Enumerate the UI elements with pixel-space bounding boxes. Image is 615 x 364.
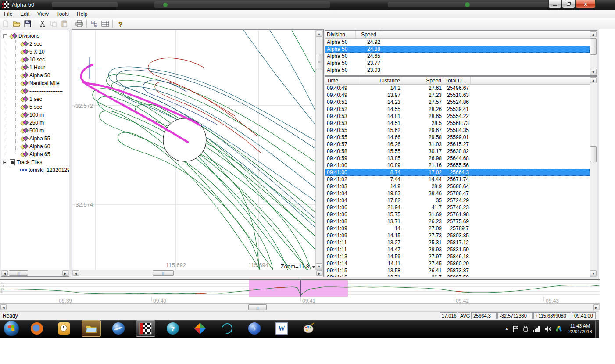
point-row[interactable]: 09:41:14 14.11 27.45 25860.29 bbox=[325, 260, 590, 267]
taskbar-outlook-button[interactable] bbox=[54, 320, 74, 337]
point-row[interactable]: 09:41:04 19.83 38.46 25706.47 bbox=[325, 190, 590, 197]
scrollbar-thumb[interactable]: = bbox=[590, 38, 597, 55]
zoom-dropdown-icon[interactable] bbox=[312, 266, 315, 268]
google-drive-icon[interactable] bbox=[555, 326, 562, 332]
sidebar-item-division[interactable]: 500 m bbox=[1, 127, 69, 135]
scroll-right-arrow[interactable]: ▶ bbox=[593, 304, 599, 310]
taskbar-swirl-button[interactable] bbox=[218, 320, 237, 337]
point-row[interactable]: 09:40:52 14.55 28.26 25539.41 bbox=[325, 106, 590, 113]
column-header-total-distance[interactable]: Total D... bbox=[443, 77, 471, 84]
sidebar-item-division[interactable]: 10 sec bbox=[1, 56, 69, 64]
point-row[interactable]: 09:41:09 14 27.09 25789.7 bbox=[325, 225, 590, 232]
taskbar-firefox-button[interactable] bbox=[27, 320, 46, 337]
menu-item[interactable]: Tools bbox=[53, 10, 73, 18]
sidebar-item-division[interactable]: 1 sec bbox=[1, 95, 69, 103]
sidebar-item-division[interactable]: 100 m bbox=[1, 111, 69, 119]
scroll-right-arrow[interactable]: ▶ bbox=[316, 270, 322, 276]
start-button[interactable] bbox=[4, 321, 19, 336]
taskbar-question-orb-button[interactable]: ? bbox=[163, 320, 182, 337]
minimize-button[interactable] bbox=[548, 0, 561, 8]
sidebar-item-division[interactable]: Alpha 50 bbox=[1, 71, 69, 79]
sidebar-item-division[interactable]: 5 X 10 bbox=[1, 48, 69, 56]
taskbar-alpha50-button[interactable] bbox=[136, 320, 155, 337]
restore-button[interactable] bbox=[562, 0, 575, 8]
print-button[interactable] bbox=[74, 19, 85, 29]
point-row[interactable]: 09:41:16 13.71 26.7 25887.58 bbox=[325, 274, 590, 277]
scroll-down-arrow[interactable]: ▼ bbox=[590, 69, 597, 75]
sidebar-item-division[interactable]: Alpha 60 bbox=[1, 143, 69, 150]
scrollbar-thumb[interactable] bbox=[590, 146, 597, 162]
taskbar-google-earth-button[interactable] bbox=[109, 320, 128, 337]
column-header-distance[interactable]: Distance bbox=[361, 77, 402, 84]
taskbar-clock[interactable]: 11:43 AM 22/01/2013 bbox=[568, 323, 592, 335]
sidebar-item-division[interactable]: ------------------- bbox=[1, 87, 69, 95]
column-header-speed[interactable]: Speed bbox=[402, 77, 443, 84]
grid-view-button[interactable] bbox=[100, 19, 111, 29]
division-table-scrollbar[interactable]: ▲ ▼ = bbox=[590, 31, 597, 75]
taskbar-explorer-button[interactable] bbox=[82, 320, 101, 337]
taskbar-word-button[interactable]: W bbox=[272, 320, 291, 337]
scroll-left-arrow[interactable]: ◀ bbox=[73, 270, 79, 276]
point-row[interactable]: 09:41:04 17.82 35 25724.29 bbox=[325, 197, 590, 204]
point-row[interactable]: 09:41:02 7.44 14.44 25671.74 bbox=[325, 176, 590, 183]
map-horizontal-scrollbar[interactable]: ◀ ▶ ||| bbox=[72, 270, 323, 276]
network-signal-icon[interactable] bbox=[533, 326, 540, 332]
taskbar-itunes-button[interactable]: ♪ bbox=[245, 320, 264, 337]
point-row[interactable]: 09:41:11 14.47 28.93 25831.59 bbox=[325, 246, 590, 253]
selection-highlight-region[interactable] bbox=[249, 280, 348, 297]
paste-button[interactable] bbox=[59, 19, 70, 29]
map-panel[interactable]: -32.572 -32.574 115.692 115.694 Zoom=11.… bbox=[72, 29, 324, 277]
point-row[interactable]: 09:41:03 14.9 28.9 25686.64 bbox=[325, 183, 590, 190]
save-button[interactable] bbox=[22, 19, 33, 29]
point-row[interactable]: 09:40:49 13.97 27.23 25510.63 bbox=[325, 92, 590, 99]
zoom-level-label[interactable]: Zoom=11.8 bbox=[281, 263, 309, 270]
point-row[interactable]: 09:41:06 15.75 31.69 25761.98 bbox=[325, 211, 590, 218]
titlebar[interactable]: Alpha 50 x bbox=[0, 0, 615, 10]
speed-timeline[interactable]: 32 24 16 8 09:39 09:40 09:41 09:42 09:43 bbox=[0, 279, 600, 304]
volume-icon[interactable] bbox=[544, 326, 551, 332]
point-row[interactable]: 09:40:53 14.51 28.5 25568.73 bbox=[325, 120, 590, 127]
menu-item[interactable]: View bbox=[33, 10, 53, 18]
scroll-down-arrow[interactable]: ▼ bbox=[590, 270, 597, 276]
cut-button[interactable] bbox=[37, 19, 48, 29]
point-row[interactable]: 09:41:13 14.59 27.97 25846.18 bbox=[325, 253, 590, 260]
scrollbar-thumb[interactable]: ||| bbox=[9, 270, 28, 276]
division-row[interactable]: Alpha 50 24.88 bbox=[325, 46, 590, 53]
menu-item[interactable]: Help bbox=[73, 10, 92, 18]
sidebar-item-division[interactable]: 2 sec bbox=[1, 40, 69, 48]
scrollbar-thumb[interactable]: ||| bbox=[248, 304, 267, 310]
scroll-up-arrow[interactable]: ▲ bbox=[590, 31, 597, 37]
scrollbar-thumb[interactable]: = bbox=[316, 54, 322, 70]
division-row[interactable]: Alpha 50 24.65 bbox=[325, 53, 590, 60]
point-row[interactable]: 09:40:57 16.26 31.03 25615.27 bbox=[325, 141, 590, 148]
point-row[interactable]: 09:41:09 14.15 27.73 25803.85 bbox=[325, 232, 590, 239]
point-row[interactable]: 09:40:58 15.55 30.17 25630.82 bbox=[325, 148, 590, 155]
point-row[interactable]: 09:40:49 14.2 27.61 25496.67 bbox=[325, 85, 590, 92]
point-row[interactable]: 09:40:51 14.23 27.57 25524.86 bbox=[325, 99, 590, 106]
sidebar-item-track-files-root[interactable]: Track Files bbox=[1, 158, 69, 166]
scroll-left-arrow[interactable]: ◀ bbox=[0, 304, 7, 310]
division-row[interactable]: Alpha 50 24.92 bbox=[325, 39, 590, 46]
tree-horizontal-scrollbar[interactable]: ◀ ▶ ||| bbox=[1, 270, 69, 276]
collapse-toggle-icon[interactable] bbox=[3, 34, 7, 38]
menu-item[interactable]: Edit bbox=[16, 10, 33, 18]
power-plug-icon[interactable] bbox=[522, 325, 529, 332]
action-center-flag-icon[interactable] bbox=[512, 325, 518, 332]
map-vertical-scrollbar[interactable]: ▲ ▼ = bbox=[315, 30, 323, 270]
show-desktop-button[interactable] bbox=[595, 320, 599, 338]
point-row[interactable]: 09:41:08 13.71 26.23 25775.69 bbox=[325, 218, 590, 225]
point-row[interactable]: 09:40:53 14.81 28.65 25554.22 bbox=[325, 113, 590, 120]
sidebar-item-division[interactable]: Nautical Mile bbox=[1, 79, 69, 87]
help-button[interactable]: ? bbox=[115, 19, 125, 29]
taskbar-avg-button[interactable] bbox=[190, 320, 210, 337]
scroll-right-arrow[interactable]: ▶ bbox=[62, 270, 68, 276]
sidebar-item-track-file[interactable]: tomski_123201299 bbox=[1, 166, 69, 174]
column-header-time[interactable]: Time bbox=[325, 77, 361, 84]
timeline-scrollbar[interactable]: ◀ ▶ ||| bbox=[0, 304, 600, 310]
division-row[interactable]: Alpha 50 23.77 bbox=[325, 60, 590, 67]
collapse-toggle-icon[interactable] bbox=[3, 161, 7, 164]
show-hidden-icons-button[interactable]: ▲ bbox=[505, 327, 508, 331]
timeline-chart[interactable] bbox=[0, 280, 600, 304]
open-button[interactable] bbox=[11, 19, 22, 29]
taskbar-paint-button[interactable] bbox=[299, 320, 318, 337]
